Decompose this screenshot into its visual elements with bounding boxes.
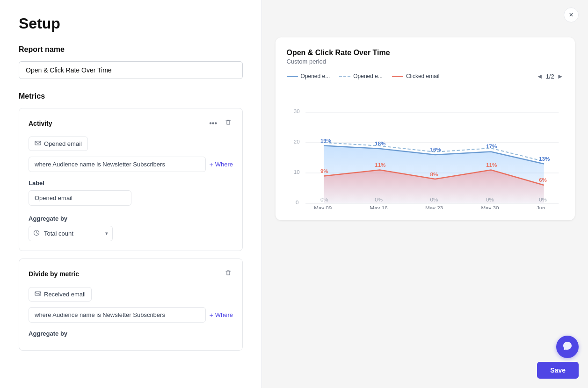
activity-card-title: Activity — [29, 120, 52, 127]
chat-button[interactable] — [556, 336, 579, 358]
svg-text:0: 0 — [296, 200, 298, 205]
divide-delete-button[interactable] — [224, 268, 233, 280]
legend-item-opened-solid: Opened e... — [287, 73, 330, 79]
aggregate-select[interactable]: Total count Unique count Average — [29, 226, 113, 241]
chart-svg: 0 10 20 30 — [287, 87, 564, 209]
legend-line-opened-solid — [287, 76, 298, 77]
svg-text:9%: 9% — [320, 168, 328, 174]
divide-where-button[interactable]: + Where — [210, 311, 233, 319]
legend-item-opened-dashed: Opened e... — [339, 73, 383, 79]
svg-text:20: 20 — [293, 139, 299, 144]
close-icon: × — [569, 11, 573, 19]
close-button[interactable]: × — [564, 7, 579, 22]
divide-card-header: Divide by metric — [29, 268, 233, 280]
divide-where-row: where Audience name is Newsletter Subscr… — [29, 307, 233, 323]
chart-title: Open & Click Rate Over Time — [287, 49, 564, 57]
svg-text:0%: 0% — [320, 197, 328, 202]
right-panel: × Open & Click Rate Over Time Custom per… — [262, 0, 588, 388]
svg-text:6%: 6% — [539, 177, 547, 183]
report-name-label: Report name — [19, 45, 243, 54]
trash-icon-2 — [225, 269, 232, 279]
nav-page: 1/2 — [546, 73, 554, 80]
nav-prev-button[interactable]: ◄ — [537, 72, 543, 80]
activity-card-actions: ••• — [208, 118, 233, 129]
report-name-input[interactable] — [19, 61, 243, 79]
divide-activity-tag: Received email — [29, 287, 92, 302]
svg-text:0%: 0% — [375, 197, 383, 202]
label-input[interactable] — [29, 190, 131, 206]
chat-icon — [562, 341, 573, 353]
legend-label-opened-solid: Opened e... — [301, 73, 330, 79]
trash-icon — [225, 119, 232, 128]
divide-tag-label: Received email — [44, 291, 86, 298]
activity-more-button[interactable]: ••• — [208, 118, 218, 129]
activity-tag-label: Opened email — [44, 140, 82, 147]
legend-label-clicked: Clicked email — [406, 73, 439, 79]
activity-card: Activity ••• — [19, 108, 243, 251]
svg-text:8%: 8% — [430, 172, 438, 177]
aggregate-select-wrapper: Total count Unique count Average ▾ — [29, 226, 113, 241]
svg-text:May 16: May 16 — [370, 205, 387, 209]
email-icon-2 — [35, 290, 41, 298]
chart-legend: Opened e... Opened e... Clicked email ◄ … — [287, 72, 564, 80]
svg-text:0%: 0% — [430, 197, 438, 202]
activity-delete-button[interactable] — [224, 118, 233, 129]
email-icon — [35, 140, 41, 148]
svg-text:16%: 16% — [430, 147, 441, 152]
legend-nav: ◄ 1/2 ► — [537, 72, 564, 80]
plus-icon-2: + — [210, 311, 213, 319]
more-icon: ••• — [209, 119, 217, 128]
aggregate-label: Aggregate by — [29, 215, 233, 222]
divide-card-title: Divide by metric — [29, 270, 79, 278]
activity-where-row: where Audience name is Newsletter Subscr… — [29, 157, 233, 172]
svg-rect-0 — [35, 141, 41, 145]
page-title: Setup — [19, 15, 243, 32]
svg-text:11%: 11% — [375, 162, 385, 168]
activity-tag: Opened email — [29, 137, 88, 151]
chart-subtitle: Custom period — [287, 58, 564, 65]
label-field-label: Label — [29, 180, 233, 187]
activity-card-header: Activity ••• — [29, 118, 233, 129]
legend-line-clicked — [392, 76, 403, 77]
svg-text:May 23: May 23 — [425, 205, 443, 209]
svg-text:May 30: May 30 — [481, 205, 499, 209]
left-panel: Setup Report name Metrics Activity ••• — [0, 0, 262, 388]
svg-text:17%: 17% — [486, 144, 497, 149]
divide-card-actions — [224, 268, 233, 280]
chart-area: 0 10 20 30 — [287, 87, 564, 209]
plus-icon: + — [210, 161, 213, 168]
divide-aggregate-label: Aggregate by — [29, 330, 233, 337]
svg-text:Jun...: Jun... — [536, 205, 549, 209]
svg-text:18%: 18% — [375, 141, 385, 146]
legend-item-clicked: Clicked email — [392, 73, 439, 79]
svg-text:10: 10 — [293, 169, 299, 175]
svg-text:0%: 0% — [539, 197, 547, 202]
divide-metric-card: Divide by metric Receiv — [19, 259, 243, 351]
svg-text:0%: 0% — [486, 197, 494, 202]
chart-card: Open & Click Rate Over Time Custom perio… — [276, 37, 575, 220]
metrics-label: Metrics — [19, 92, 243, 101]
save-button[interactable]: Save — [537, 362, 579, 379]
legend-label-opened-dashed: Opened e... — [353, 73, 383, 79]
nav-next-button[interactable]: ► — [557, 72, 564, 80]
svg-text:19%: 19% — [320, 138, 331, 144]
svg-text:May 09: May 09 — [314, 205, 332, 209]
activity-where-text: where Audience name is Newsletter Subscr… — [29, 157, 206, 172]
svg-text:13%: 13% — [539, 156, 550, 162]
legend-line-opened-dashed — [339, 76, 350, 77]
divide-where-text: where Audience name is Newsletter Subscr… — [29, 307, 206, 323]
svg-text:30: 30 — [293, 108, 299, 114]
svg-text:11%: 11% — [486, 162, 497, 168]
activity-where-button[interactable]: + Where — [210, 161, 233, 168]
